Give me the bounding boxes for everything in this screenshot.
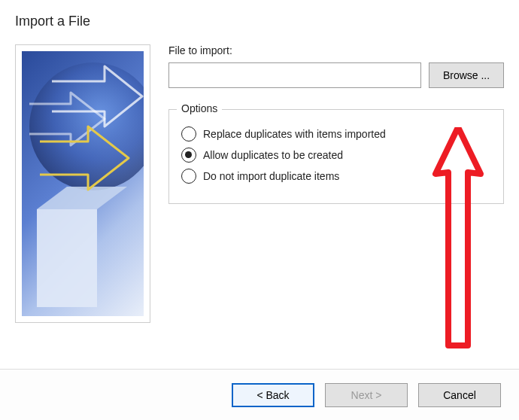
file-to-import-label: File to import: [168, 44, 504, 56]
radio-label: Replace duplicates with items imported [203, 128, 386, 140]
browse-button[interactable]: Browse ... [429, 62, 504, 88]
radio-replace-duplicates[interactable]: Replace duplicates with items imported [181, 126, 491, 142]
radio-label: Do not import duplicate items [203, 170, 339, 182]
dialog-content: File to import: Browse ... Options Repla… [0, 37, 519, 369]
radio-allow-duplicates[interactable]: Allow duplicates to be created [181, 148, 491, 163]
svg-marker-1 [37, 209, 97, 307]
file-path-input[interactable] [168, 62, 421, 88]
radio-icon [181, 148, 196, 163]
radio-do-not-import-duplicates[interactable]: Do not import duplicate items [181, 169, 491, 184]
file-row: Browse ... [168, 62, 504, 88]
dialog-title: Import a File [0, 0, 519, 37]
dialog-footer: < Back Next > Cancel [0, 369, 519, 420]
radio-label: Allow duplicates to be created [203, 149, 343, 161]
main-panel: File to import: Browse ... Options Repla… [168, 44, 504, 361]
back-button[interactable]: < Back [232, 383, 314, 407]
svg-marker-2 [37, 187, 127, 209]
radio-icon [181, 126, 196, 142]
next-button: Next > [325, 383, 408, 407]
wizard-graphic [15, 44, 150, 323]
cancel-button[interactable]: Cancel [418, 383, 501, 407]
options-legend: Options [177, 102, 222, 114]
import-file-dialog: Import a File [0, 0, 519, 420]
options-group: Options Replace duplicates with items im… [168, 109, 504, 204]
radio-icon [181, 169, 196, 184]
